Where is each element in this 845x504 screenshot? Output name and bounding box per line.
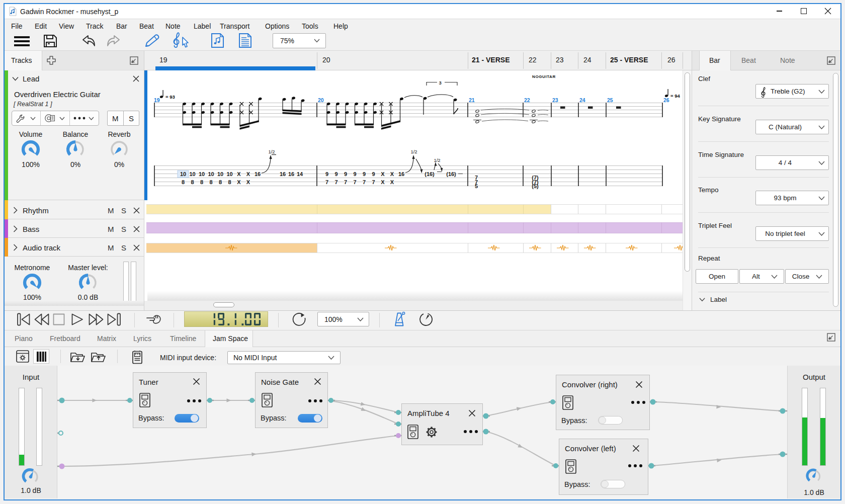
svg-text:X: X (390, 171, 394, 177)
svg-text:= 94: = 94 (670, 93, 680, 99)
svg-text:X: X (381, 179, 385, 185)
svg-text:10: 10 (199, 171, 205, 177)
svg-text:21: 21 (469, 97, 475, 103)
svg-text:9: 9 (325, 171, 328, 177)
svg-text:8: 8 (219, 179, 222, 185)
svg-text:16: 16 (398, 171, 404, 177)
svg-text:14: 14 (297, 171, 303, 177)
svg-text:3: 3 (439, 80, 442, 86)
svg-text:16: 16 (280, 171, 286, 177)
svg-text:10: 10 (226, 171, 232, 177)
svg-text:1/2: 1/2 (268, 149, 275, 154)
svg-text:= 93: = 93 (165, 94, 175, 100)
svg-text:26: 26 (663, 97, 669, 103)
svg-text:10: 10 (208, 171, 214, 177)
svg-text:(5): (5) (532, 183, 539, 189)
svg-text:22: 22 (524, 97, 530, 103)
svg-text:X: X (390, 179, 394, 185)
svg-text:7: 7 (334, 179, 337, 185)
svg-text:7: 7 (344, 179, 347, 185)
svg-text:8: 8 (200, 179, 203, 185)
svg-text:9: 9 (344, 171, 347, 177)
svg-text:9: 9 (363, 171, 366, 177)
svg-text:16: 16 (288, 171, 294, 177)
svg-text:(16): (16) (446, 171, 456, 177)
svg-text:8: 8 (191, 179, 194, 185)
svg-text:10: 10 (180, 171, 186, 177)
svg-text:8: 8 (228, 179, 231, 185)
svg-text:9: 9 (372, 171, 375, 177)
svg-text:10: 10 (217, 171, 223, 177)
svg-text:7: 7 (372, 179, 375, 185)
svg-text:X: X (237, 171, 241, 177)
svg-text:X: X (237, 179, 241, 185)
svg-text:25: 25 (607, 97, 613, 103)
svg-text:(16): (16) (425, 171, 435, 177)
svg-text:10: 10 (189, 171, 195, 177)
svg-text:9: 9 (334, 171, 337, 177)
svg-text:16: 16 (255, 171, 261, 177)
svg-text:24: 24 (579, 97, 585, 103)
svg-text:X: X (246, 171, 250, 177)
svg-text:NOGUITAR: NOGUITAR (532, 74, 556, 79)
svg-text:8: 8 (209, 179, 212, 185)
svg-text:X: X (246, 179, 250, 185)
svg-text:1/2: 1/2 (410, 149, 417, 154)
svg-text:23: 23 (552, 97, 558, 103)
svg-text:8: 8 (182, 179, 185, 185)
svg-text:7: 7 (363, 179, 366, 185)
svg-text:19: 19 (154, 97, 160, 103)
svg-text:9: 9 (353, 171, 356, 177)
svg-text:7: 7 (325, 179, 328, 185)
svg-text:X: X (381, 171, 385, 177)
svg-text:20: 20 (318, 97, 324, 103)
svg-text:1/2: 1/2 (434, 157, 440, 163)
svg-text:7: 7 (353, 179, 356, 185)
svg-text:5: 5 (475, 183, 478, 189)
